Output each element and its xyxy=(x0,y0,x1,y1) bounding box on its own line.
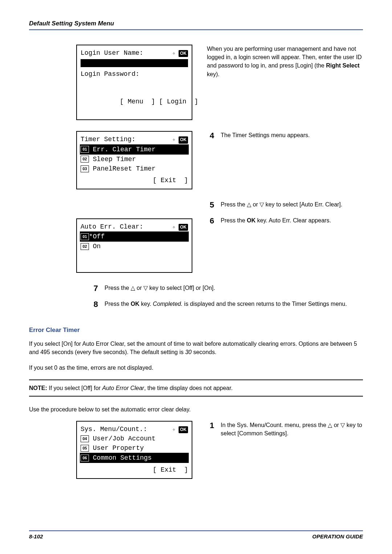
nav-ok-icons: ✧ OK xyxy=(172,424,188,434)
timer-setting-panel: Timer Setting: ✧ OK 01 Err. Clear Timer … xyxy=(76,131,192,189)
auto-err-clear-panel: Auto Err. Clear: ✧ OK 01*Off 02 On xyxy=(76,218,192,273)
nav-ok-icons: ✧ OK xyxy=(172,135,188,144)
login-intro-text: When you are performing user management … xyxy=(207,45,363,78)
exit-softkey[interactable]: [ Exit ] xyxy=(81,465,188,475)
page: Default Setting System Menu Login User N… xyxy=(0,0,392,554)
step-6-num: 6 xyxy=(207,216,214,226)
autoerr-item-off[interactable]: 01*Off xyxy=(80,231,189,242)
page-header: Default Setting System Menu xyxy=(29,20,363,30)
sys-menu-panel: Sys. Menu/Count.: ✧ OK 04 User/Job Accou… xyxy=(76,421,192,479)
timer-item-panelreset[interactable]: 03 PanelReset Timer xyxy=(81,164,188,173)
para-2: If you set 0 as the time, errors are not… xyxy=(29,364,363,372)
para-3: Use the procedure below to set the autom… xyxy=(29,405,363,414)
step-8-text: Press the OK key. Completed. is displaye… xyxy=(105,300,363,309)
timer-title: Timer Setting: xyxy=(81,135,135,144)
username-input[interactable] xyxy=(81,59,188,67)
sysmenu-item-userjob[interactable]: 04 User/Job Account xyxy=(81,434,188,443)
step-5-text: Press the △ or ▽ key to select [Auto Err… xyxy=(221,200,363,210)
error-clear-timer-heading: Error Clear Timer xyxy=(29,327,363,334)
note-box: NOTE: If you select [Off] for Auto Error… xyxy=(29,379,363,397)
login-softkey[interactable]: [ Login ] xyxy=(159,98,198,105)
timer-item-sleep[interactable]: 02 Sleep Timer xyxy=(81,155,188,164)
step-6-text: Press the OK key. Auto Err. Clear appear… xyxy=(221,216,363,226)
exit-softkey[interactable]: [ Exit ] xyxy=(81,176,188,185)
nav-ok-icons: ✧ OK xyxy=(172,48,188,58)
nav-ok-icons: ✧ OK xyxy=(172,222,188,231)
step-7-num: 7 xyxy=(91,284,98,293)
step-1-num: 1 xyxy=(207,421,214,438)
login-panel: Login User Name: ✧ OK Login Password: [ … xyxy=(76,45,192,120)
sysmenu-item-common[interactable]: 06 Common Settings xyxy=(80,453,189,463)
sysmenu-item-userprop[interactable]: 05 User Property xyxy=(81,443,188,453)
timer-item-err-clear[interactable]: 01 Err. Clear Timer xyxy=(80,144,189,155)
login-password-label: Login Password: xyxy=(81,69,188,79)
step-7-text: Press the △ or ▽ key to select [Off] or … xyxy=(105,284,363,293)
step-4-text: The Timer Settings menu appears. xyxy=(221,131,363,140)
para-1: If you select [On] for Auto Error Clear,… xyxy=(29,340,363,356)
page-footer: 8-102 OPERATION GUIDE xyxy=(29,530,363,539)
step-4-num: 4 xyxy=(207,131,214,140)
sysmenu-title: Sys. Menu/Count.: xyxy=(81,424,147,434)
login-username-label: Login User Name: xyxy=(81,48,143,58)
guide-label: OPERATION GUIDE xyxy=(312,533,363,539)
step-8-num: 8 xyxy=(91,300,98,309)
step-1-text: In the Sys. Menu/Count. menu, press the … xyxy=(221,421,363,438)
autoerr-item-on[interactable]: 02 On xyxy=(81,242,188,251)
step-5-num: 5 xyxy=(207,200,214,210)
autoerr-title: Auto Err. Clear: xyxy=(81,222,143,231)
page-number: 8-102 xyxy=(29,533,43,539)
menu-softkey[interactable]: [ Menu ] xyxy=(120,98,155,105)
